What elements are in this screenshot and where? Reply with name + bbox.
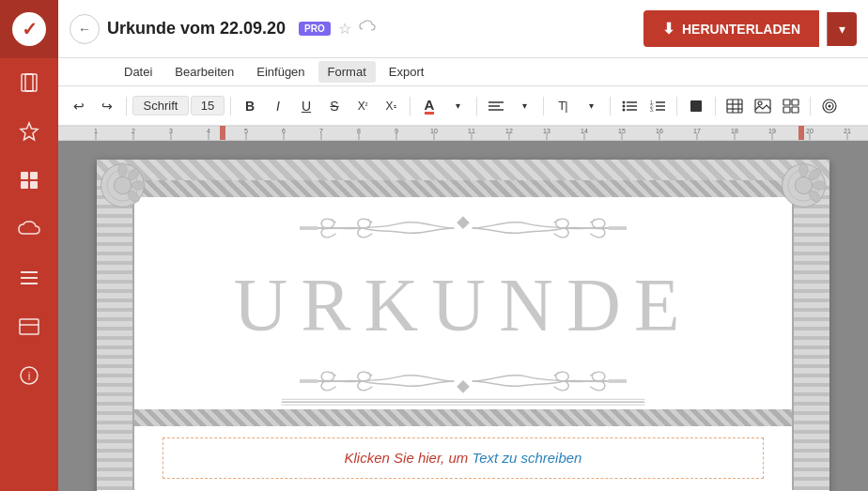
svg-text:3.: 3. — [650, 107, 654, 113]
sidebar-icon-info[interactable]: i — [0, 351, 58, 400]
sidebar-icon-pages[interactable] — [0, 58, 58, 107]
font-color-button[interactable]: A — [416, 93, 442, 119]
font-size-selector[interactable]: 15 — [191, 96, 225, 115]
right-border — [792, 180, 829, 490]
svg-text:18: 18 — [731, 128, 738, 134]
separator-8 — [715, 97, 716, 115]
underline-button[interactable]: U — [293, 93, 319, 119]
svg-text:15: 15 — [618, 128, 626, 134]
svg-text:12: 12 — [505, 128, 513, 134]
separator-1 — [126, 97, 127, 115]
superscript-button[interactable]: X² — [349, 93, 376, 119]
svg-point-100 — [799, 163, 808, 177]
target-button[interactable] — [816, 93, 843, 119]
back-icon: ← — [78, 22, 91, 37]
svg-text:10: 10 — [430, 128, 438, 134]
star-icon[interactable]: ☆ — [338, 20, 351, 38]
pro-badge: PRO — [299, 22, 331, 36]
svg-rect-5 — [21, 181, 28, 189]
svg-text:3: 3 — [169, 128, 173, 134]
align-button[interactable] — [483, 93, 509, 119]
document: URKUNDE — [97, 160, 829, 491]
logo-button[interactable]: ✓ — [0, 0, 58, 58]
svg-text:13: 13 — [543, 128, 550, 134]
sidebar-icon-favorites[interactable] — [0, 107, 58, 156]
chevron-down-icon: ▾ — [839, 22, 845, 37]
svg-text:2: 2 — [132, 128, 135, 134]
bold-button[interactable]: B — [237, 93, 263, 119]
separator-7 — [676, 97, 677, 115]
font-selector[interactable]: Schrift — [132, 96, 189, 115]
text-input-area[interactable]: Klicken Sie hier, um Text zu schreiben — [163, 437, 764, 479]
header: ← Urkunde vom 22.09.20 PRO ☆ ⬇ HERUNTERL… — [58, 0, 868, 58]
main-content: ← Urkunde vom 22.09.20 PRO ☆ ⬇ HERUNTERL… — [58, 0, 868, 491]
cloud-sync-icon[interactable] — [359, 20, 376, 38]
sidebar-icon-layout[interactable] — [0, 302, 58, 351]
svg-point-43 — [829, 104, 831, 107]
menu-item-einfuegen[interactable]: Einfügen — [247, 61, 314, 83]
toolbar: ↩ ↪ Schrift 15 B I U S X² X₂ A ▾ ▾ T| ▾ — [58, 86, 868, 126]
svg-text:7: 7 — [319, 128, 323, 134]
corner-ornament-tr — [778, 160, 829, 211]
svg-rect-4 — [30, 172, 38, 179]
separator-2 — [230, 97, 231, 115]
svg-rect-39 — [783, 107, 790, 113]
svg-point-17 — [623, 100, 626, 103]
sidebar-icon-cloud[interactable] — [0, 205, 58, 253]
undo-icon: ↩ — [73, 99, 85, 114]
document-title: Urkunde vom 22.09.20 — [107, 19, 286, 38]
svg-text:20: 20 — [806, 128, 814, 134]
svg-rect-44 — [58, 126, 868, 141]
sidebar-icon-templates[interactable] — [0, 156, 58, 205]
text-style-button[interactable]: T| — [550, 93, 576, 119]
text-style-dropdown[interactable]: ▾ — [578, 93, 604, 119]
top-flourish — [134, 197, 792, 258]
left-border — [97, 180, 134, 490]
svg-text:6: 6 — [282, 128, 286, 134]
svg-text:1: 1 — [94, 128, 98, 134]
diamond-bar-top — [134, 180, 792, 197]
svg-text:21: 21 — [844, 128, 851, 134]
svg-text:9: 9 — [395, 128, 398, 134]
italic-button[interactable]: I — [265, 93, 291, 119]
image-button[interactable] — [750, 93, 776, 119]
dropdown-arrow-font-color[interactable]: ▾ — [444, 93, 471, 119]
ruler: 1 2 3 4 5 6 7 8 9 10 11 12 13 1 — [58, 126, 868, 141]
undo-button[interactable]: ↩ — [66, 93, 92, 119]
redo-button[interactable]: ↪ — [94, 93, 120, 119]
svg-rect-88 — [220, 126, 225, 141]
svg-text:19: 19 — [768, 128, 776, 134]
subscript-button[interactable]: X₂ — [378, 93, 404, 119]
highlight-button[interactable] — [683, 93, 709, 119]
svg-rect-10 — [20, 319, 39, 334]
grid-button[interactable] — [778, 93, 804, 119]
svg-text:16: 16 — [656, 128, 663, 134]
svg-rect-89 — [798, 126, 804, 141]
back-button[interactable]: ← — [70, 14, 100, 44]
numbered-list-button[interactable]: 1.2.3. — [644, 93, 671, 119]
font-color-icon: A — [425, 98, 435, 115]
svg-rect-0 — [22, 74, 33, 91]
menu-item-bearbeiten[interactable]: Bearbeiten — [165, 61, 243, 83]
canvas-area[interactable]: URKUNDE — [58, 141, 868, 491]
menu-item-export[interactable]: Export — [380, 61, 434, 83]
svg-text:8: 8 — [357, 128, 361, 134]
svg-text:4: 4 — [207, 128, 210, 134]
menubar: Datei Bearbeiten Einfügen Format Export — [58, 58, 868, 86]
align-dropdown[interactable]: ▾ — [511, 93, 537, 119]
corner-ornament-tl — [97, 160, 148, 211]
menu-item-format[interactable]: Format — [318, 61, 376, 83]
svg-point-21 — [623, 108, 626, 111]
svg-marker-104 — [457, 217, 469, 228]
bullet-list-button[interactable] — [616, 93, 643, 119]
sidebar-icon-list[interactable] — [0, 253, 58, 302]
certificate-title: URKUNDE — [134, 258, 792, 353]
svg-text:14: 14 — [581, 128, 588, 134]
cert-center: URKUNDE — [134, 180, 792, 490]
table-button[interactable] — [721, 93, 748, 119]
separator-3 — [410, 97, 411, 115]
strikethrough-button[interactable]: S — [321, 93, 348, 119]
menu-item-datei[interactable]: Datei — [115, 61, 162, 83]
download-button[interactable]: ⬇ HERUNTERLADEN — [643, 10, 819, 47]
download-dropdown-button[interactable]: ▾ — [827, 12, 857, 46]
